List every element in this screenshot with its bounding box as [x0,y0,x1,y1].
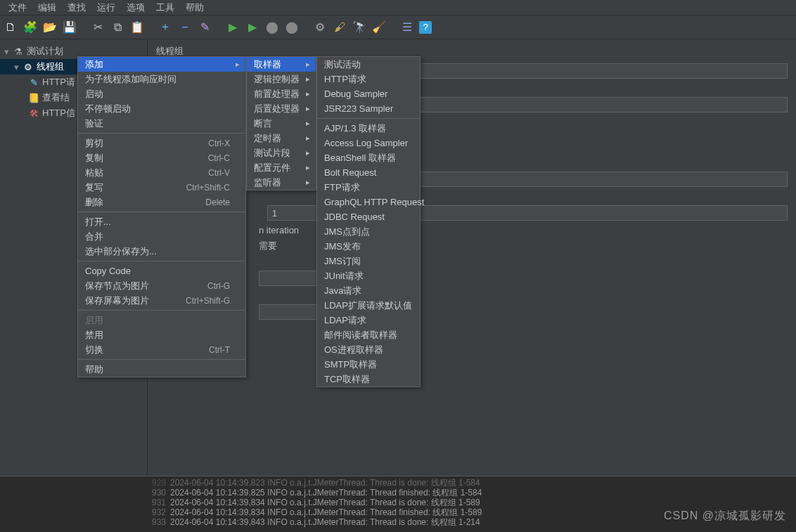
menu-item[interactable]: HTTP请求 [317,72,420,86]
copy-icon[interactable]: ⧉ [110,20,125,35]
toolbar: 🗋 🧩 📂 💾 ✂ ⧉ 📋 ＋ − ✎ ▶ ▶ ⬤ ⬤ ⚙ 🖌 🔭 🧹 ☰ ? [0,15,796,39]
menu-item[interactable]: 启动 [78,86,245,101]
menu-item[interactable]: JMS发布 [317,239,420,254]
menu-item[interactable]: Bolt Request [317,165,420,180]
menu-item[interactable]: 复写Ctrl+Shift-C [78,180,245,195]
menu-帮助[interactable]: 帮助 [180,0,210,15]
menu-item[interactable]: JSR223 Sampler [317,101,420,116]
open-icon[interactable]: 📂 [42,20,58,35]
menu-item[interactable]: 定时器 [247,131,316,145]
menu-item[interactable]: JMS点到点 [317,224,420,239]
menu-item[interactable]: 为子线程添加响应时间 [78,72,245,86]
menu-item[interactable]: TCP取样器 [317,372,420,387]
function-helper-icon[interactable]: ☰ [399,20,415,35]
menu-item-label: 配置元件 [254,162,290,174]
menu-item[interactable]: 测试活动 [317,57,420,72]
menu-item-label: 不停顿启动 [85,103,131,115]
menu-item-label: Java请求 [324,285,361,297]
menu-item[interactable]: 前置处理器 [247,86,316,101]
menu-item[interactable]: 删除Delete [78,195,245,209]
menu-item[interactable]: 选中部分保存为... [78,244,245,259]
run-icon[interactable]: ▶ [225,20,240,35]
menu-item[interactable]: GraphQL HTTP Request [317,195,420,209]
chevron-down-icon[interactable] [13,62,20,72]
menu-item[interactable]: Access Log Sampler [317,136,420,150]
menu-工具[interactable]: 工具 [150,0,180,15]
toggle-icon[interactable]: ✎ [197,20,212,35]
reset-search-icon[interactable]: 🧹 [371,20,387,35]
clear-all-icon[interactable]: 🖌 [332,20,347,35]
template-icon[interactable]: 🧩 [23,20,38,35]
menu-文件[interactable]: 文件 [3,0,32,15]
menu-separator [78,359,245,360]
menu-item[interactable]: 验证 [78,116,245,131]
menu-查找[interactable]: 查找 [62,0,91,15]
menu-item[interactable]: JMS订阅 [317,254,420,268]
menu-item[interactable]: SMTP取样器 [317,357,420,372]
menu-item[interactable]: JUnit请求 [317,268,420,283]
menu-item-label: 验证 [85,117,103,130]
menu-item-label: JDBC Request [324,212,385,222]
menu-item-label: 测试活动 [324,58,361,71]
clear-icon[interactable]: ⚙ [312,20,328,35]
menu-item[interactable]: 后置处理器 [247,101,316,116]
menu-item[interactable]: 测试片段 [247,145,316,160]
menu-item[interactable]: BeanShell 取样器 [317,150,420,165]
menu-item-label: JMS点到点 [324,226,370,238]
tree-label: HTTP请 [42,76,75,89]
menu-item[interactable]: JDBC Request [317,209,420,224]
log-line: 9302024-06-04 10:14:39,825 INFO o.a.j.t.… [143,488,796,498]
shortcut-label: Ctrl-X [208,138,230,148]
menu-运行[interactable]: 运行 [91,0,121,15]
menu-编辑[interactable]: 编辑 [32,0,62,15]
menu-item-label: TCP取样器 [324,373,370,386]
menu-item[interactable]: 打开... [78,214,245,229]
menu-item[interactable]: 配置元件 [247,160,316,175]
menu-item[interactable]: LDAP请求 [317,313,420,327]
menu-item-label: 保存屏幕为图片 [85,294,149,307]
expand-icon[interactable]: ＋ [158,20,173,35]
menu-item[interactable]: 合并 [78,229,245,244]
menu-item[interactable]: 保存节点为图片Ctrl-G [78,278,245,293]
menu-item[interactable]: 禁用 [78,327,245,342]
menu-item-label: 选中部分保存为... [85,245,157,258]
cut-icon[interactable]: ✂ [90,20,105,35]
menu-item[interactable]: 复制Ctrl-C [78,150,245,165]
menu-item[interactable]: 切换Ctrl-T [78,342,245,357]
context-menu: 添加为子线程添加响应时间启动不停顿启动验证剪切Ctrl-X复制Ctrl-C粘贴C… [77,56,246,377]
menu-separator [317,118,420,119]
menu-item[interactable]: 添加 [78,57,245,72]
menu-item[interactable]: OS进程取样器 [317,342,420,357]
menu-item[interactable]: 不停顿启动 [78,101,245,116]
menu-item[interactable]: AJP/1.3 取样器 [317,121,420,136]
help-icon[interactable]: ? [419,21,432,34]
paste-icon[interactable]: 📋 [129,20,145,35]
menu-item[interactable]: Copy Code [78,264,245,278]
menu-item[interactable]: Java请求 [317,283,420,298]
menu-item[interactable]: 粘贴Ctrl-V [78,165,245,180]
menu-item[interactable]: LDAP扩展请求默认值 [317,298,420,313]
gear-icon: ⚙ [23,61,34,72]
menu-item[interactable]: 帮助 [78,362,245,377]
menu-item[interactable]: 取样器 [247,57,316,72]
new-icon[interactable]: 🗋 [3,20,18,35]
menu-item[interactable]: Debug Sampler [317,86,420,101]
menu-item-label: 为子线程添加响应时间 [85,73,176,86]
stop-icon[interactable]: ⬤ [264,20,280,35]
run-no-pause-icon[interactable]: ▶ [245,20,260,35]
menu-item[interactable]: 邮件阅读者取样器 [317,327,420,342]
menu-item[interactable]: 剪切Ctrl-X [78,136,245,150]
menu-item[interactable]: FTP请求 [317,180,420,195]
menu-item-label: SMTP取样器 [324,358,377,371]
menu-item-label: 监听器 [254,176,281,189]
menu-item[interactable]: 监听器 [247,175,316,190]
shutdown-icon[interactable]: ⬤ [284,20,300,35]
chevron-down-icon[interactable] [3,46,10,57]
menu-item[interactable]: 保存屏幕为图片Ctrl+Shift-G [78,293,245,308]
save-icon[interactable]: 💾 [62,20,77,35]
menu-选项[interactable]: 选项 [121,0,150,15]
menu-item[interactable]: 断言 [247,116,316,131]
collapse-icon[interactable]: − [177,20,193,35]
search-icon[interactable]: 🔭 [352,20,367,35]
menu-item[interactable]: 逻辑控制器 [247,72,316,86]
